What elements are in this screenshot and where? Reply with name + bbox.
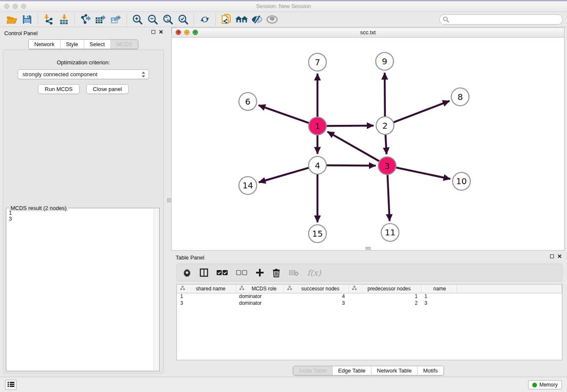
close-panel-icon[interactable]: ✕ — [159, 30, 163, 34]
table-panel: Table Panel ✕ — [171, 252, 565, 377]
minimize-window-button[interactable] — [13, 4, 18, 9]
column-type-icon — [287, 286, 292, 292]
tab-style[interactable]: Style — [61, 40, 84, 49]
node-14[interactable]: 14 — [239, 177, 257, 194]
vizmapper-icon[interactable] — [249, 13, 264, 26]
graphics-details-icon[interactable] — [264, 13, 280, 26]
column-header-MCDS-role[interactable]: MCDS role — [236, 284, 284, 293]
table-cell[interactable]: 4 — [284, 293, 348, 300]
table-cell[interactable]: dominator — [236, 293, 284, 300]
column-header-name[interactable]: name — [421, 284, 457, 293]
function-builder-icon[interactable]: f(x) — [307, 268, 321, 277]
table-cell[interactable]: 1 — [177, 293, 236, 300]
table-row[interactable]: 3dominator323 — [177, 300, 562, 306]
float-table-panel-icon[interactable] — [550, 254, 554, 258]
maximize-view-button[interactable]: + — [193, 30, 198, 35]
edge-3-1[interactable] — [328, 132, 380, 162]
network-canvas[interactable]: 7968124314101511 — [172, 38, 564, 250]
minimize-view-button[interactable]: − — [184, 30, 190, 35]
node-15[interactable]: 15 — [308, 225, 326, 243]
float-panel-icon[interactable] — [151, 30, 155, 34]
node-1[interactable]: 1 — [308, 117, 326, 135]
column-header-predecessor-nodes[interactable]: predecessor nodes — [348, 284, 421, 293]
deselect-all-icon[interactable] — [236, 270, 247, 276]
close-window-button[interactable] — [4, 4, 9, 9]
zoom-out-icon[interactable] — [145, 13, 160, 26]
tab-select[interactable]: Select — [84, 40, 111, 49]
result-scrollbar[interactable] — [154, 209, 159, 370]
edge-2-8[interactable] — [393, 101, 450, 122]
tab-network[interactable]: Network — [29, 40, 61, 49]
tab-network-table[interactable]: Network Table — [372, 366, 418, 375]
node-7[interactable]: 7 — [308, 53, 326, 71]
mcds-result-text[interactable]: 1 3 — [9, 210, 153, 370]
zoom-fit-icon[interactable] — [160, 13, 176, 26]
edge-1-6[interactable] — [259, 105, 310, 124]
run-mcds-button[interactable]: Run MCDS — [38, 84, 80, 94]
import-table-icon[interactable] — [56, 13, 72, 26]
table-cell[interactable]: 1 — [421, 293, 457, 300]
open-session-icon[interactable] — [4, 13, 19, 26]
node-2[interactable]: 2 — [376, 117, 394, 135]
import-network-icon[interactable] — [41, 13, 56, 26]
table-cell[interactable]: 3 — [284, 300, 348, 306]
tab-motifs[interactable]: Motifs — [418, 366, 443, 375]
memory-button[interactable]: Memory — [528, 380, 562, 389]
table-cell[interactable]: dominator — [236, 300, 284, 306]
export-image-icon[interactable] — [108, 13, 124, 26]
column-type-icon — [180, 286, 185, 292]
add-column-icon[interactable] — [256, 268, 264, 277]
node-3[interactable]: 3 — [378, 157, 396, 174]
close-view-button[interactable]: ✕ — [176, 30, 181, 35]
table-cell[interactable]: 2 — [348, 300, 421, 306]
column-header-shared-name[interactable]: shared name — [177, 284, 236, 293]
edge-3-11[interactable] — [388, 174, 390, 221]
optimization-criterion-select[interactable]: strongly connected component — [18, 69, 149, 79]
show-columns-icon[interactable] — [200, 268, 208, 277]
show-panels-button[interactable] — [5, 380, 17, 390]
table-row[interactable]: 1dominator411 — [177, 293, 562, 300]
export-network-icon[interactable] — [78, 13, 93, 26]
export-table-icon[interactable] — [93, 13, 108, 26]
edge-2-9[interactable] — [385, 73, 385, 118]
close-panel-button[interactable]: Close panel — [86, 84, 129, 94]
window-controls[interactable] — [4, 4, 26, 9]
edge-2-3[interactable] — [385, 134, 387, 155]
horizontal-splitter-handle[interactable] — [366, 247, 371, 250]
column-header-successor-nodes[interactable]: successor nodes — [284, 284, 348, 293]
column-type-icon — [239, 286, 244, 292]
node-8[interactable]: 8 — [451, 88, 469, 106]
select-all-icon[interactable] — [217, 270, 228, 276]
node-6[interactable]: 6 — [239, 93, 257, 110]
tab-mcds[interactable]: MCDS — [111, 40, 138, 49]
edge-3-10[interactable] — [395, 167, 450, 179]
search-input[interactable] — [439, 14, 563, 25]
toolbar-separator — [38, 14, 38, 25]
table-cell[interactable]: 3 — [421, 300, 457, 306]
table-cell[interactable]: 3 — [177, 300, 236, 306]
network-graph[interactable]: 7968124314101511 — [172, 38, 564, 250]
edge-4-14[interactable] — [259, 168, 310, 182]
home-icon[interactable] — [234, 13, 249, 26]
clone-network-icon[interactable] — [219, 13, 234, 26]
table-cell[interactable]: 1 — [348, 293, 421, 300]
delete-table-icon[interactable] — [289, 269, 299, 276]
vertical-splitter-handle[interactable] — [167, 198, 171, 202]
close-table-panel-icon[interactable]: ✕ — [557, 254, 562, 258]
node-10[interactable]: 10 — [453, 172, 471, 190]
node-4[interactable]: 4 — [308, 156, 326, 174]
edge-1-2[interactable] — [325, 126, 374, 126]
tab-edge-table[interactable]: Edge Table — [333, 366, 372, 375]
node-9[interactable]: 9 — [376, 52, 394, 70]
delete-icon[interactable] — [272, 268, 280, 277]
zoom-selected-icon[interactable] — [176, 13, 191, 26]
main-toolbar — [0, 12, 567, 27]
apply-layout-icon[interactable] — [197, 13, 212, 26]
edge-4-3[interactable] — [325, 166, 376, 166]
node-11[interactable]: 11 — [381, 224, 399, 241]
maximize-window-button[interactable] — [21, 4, 26, 9]
save-session-icon[interactable] — [19, 13, 35, 26]
table-options-icon[interactable] — [183, 268, 191, 277]
tab-node-table[interactable]: Node Table — [293, 366, 333, 375]
zoom-in-icon[interactable] — [130, 13, 145, 26]
